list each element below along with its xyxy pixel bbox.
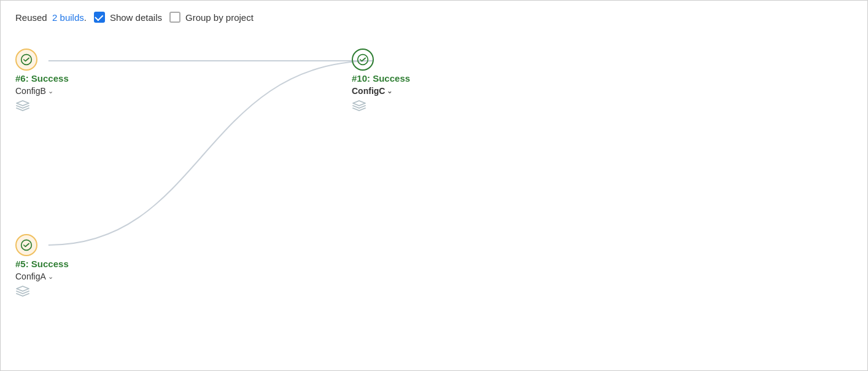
show-details-checkbox[interactable] <box>94 12 105 23</box>
reused-prefix: Reused <box>15 12 47 23</box>
node-5-header <box>15 234 69 256</box>
build-node-5: #5: Success ConfigA ⌄ <box>15 234 69 300</box>
build-6-config[interactable]: ConfigB ⌄ <box>15 86 69 96</box>
build-node-10: #10: Success ConfigC ⌄ <box>352 49 410 115</box>
group-by-project-checkbox[interactable] <box>169 12 180 23</box>
connections-svg <box>1 31 867 365</box>
node-6-header <box>15 49 69 71</box>
node-10-header <box>352 49 410 71</box>
build-node-6: #6: Success ConfigB ⌄ <box>15 49 69 115</box>
toolbar: Reused 2 builds. Show details Group by p… <box>1 1 867 31</box>
build-5-stack-icon <box>15 285 69 300</box>
node-6-icon <box>15 49 37 71</box>
check-circle-icon <box>20 53 33 66</box>
build-6-chevron: ⌄ <box>48 87 53 95</box>
build-5-config[interactable]: ConfigA ⌄ <box>15 271 69 281</box>
build-5-chevron: ⌄ <box>48 273 53 281</box>
dot: . <box>84 12 87 23</box>
build-5-number[interactable]: #5: Success <box>15 259 69 269</box>
build-6-number[interactable]: #6: Success <box>15 73 69 84</box>
group-by-project-label: Group by project <box>185 12 254 23</box>
graph-area: #6: Success ConfigB ⌄ <box>1 31 867 365</box>
node-5-icon <box>15 234 37 256</box>
build-6-stack-icon <box>15 100 69 115</box>
check-circle-icon-10 <box>357 53 369 66</box>
build-10-stack-icon <box>352 100 410 115</box>
group-by-project-checkbox-label[interactable]: Group by project <box>169 12 254 23</box>
check-circle-icon-5 <box>20 239 33 251</box>
show-details-label: Show details <box>110 12 162 23</box>
build-10-config[interactable]: ConfigC ⌄ <box>352 86 410 96</box>
reused-text: Reused 2 builds. <box>15 12 87 23</box>
node-10-icon <box>352 49 374 71</box>
build-10-chevron: ⌄ <box>387 87 392 95</box>
build-10-config-name: ConfigC <box>352 86 385 96</box>
main-container: Reused 2 builds. Show details Group by p… <box>0 0 868 371</box>
build-6-config-name: ConfigB <box>15 86 46 96</box>
build-5-config-name: ConfigA <box>15 271 46 281</box>
reused-count-link[interactable]: 2 builds <box>52 12 84 23</box>
build-10-number[interactable]: #10: Success <box>352 73 410 84</box>
show-details-checkbox-label[interactable]: Show details <box>94 12 162 23</box>
